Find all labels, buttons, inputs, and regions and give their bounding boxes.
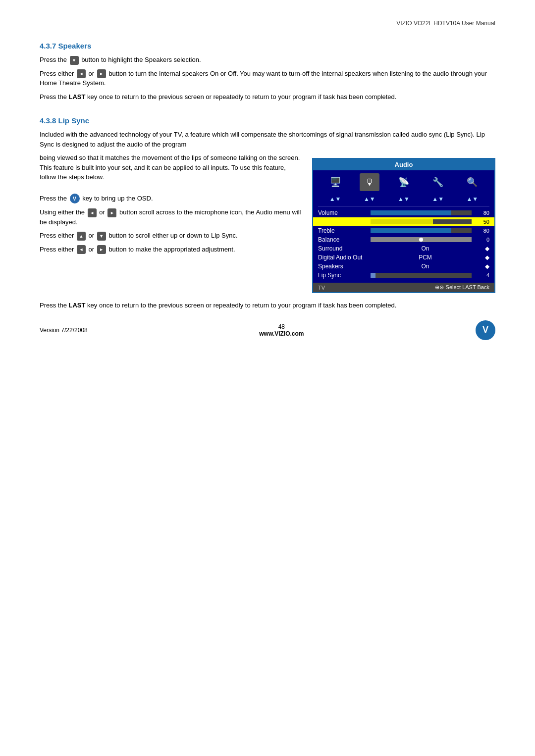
osd-label-speakers: Speakers bbox=[318, 263, 368, 270]
osd-subicons-row: ▲▼ ▲▼ ▲▼ ▲▼ ▲▼ bbox=[313, 194, 494, 206]
osd-subicon-2: ▲▼ bbox=[360, 194, 379, 204]
section-speakers: 4.3.7 Speakers Press the ▼ button to hig… bbox=[40, 42, 495, 101]
osd-icon-satellite: 📡 bbox=[394, 173, 414, 191]
osd-subicon-1: ▲▼ bbox=[325, 194, 345, 204]
osd-bar-fill-volume bbox=[371, 210, 451, 215]
lipsync-last: Press the LAST key once to return to the… bbox=[40, 301, 495, 310]
osd-value-volume: 80 bbox=[475, 210, 489, 216]
osd-value-balance: 0 bbox=[475, 237, 489, 243]
lipsync-step2: Using either the ◄ or ► button scroll ac… bbox=[40, 207, 302, 227]
osd-arrow-surround: ◆ bbox=[485, 245, 489, 252]
page: VIZIO VO22L HDTV10A User Manual 4.3.7 Sp… bbox=[0, 0, 535, 355]
osd-bar-fill-lipsync bbox=[371, 273, 375, 278]
osd-value-treble: 80 bbox=[475, 228, 489, 234]
osd-bar-balance bbox=[371, 237, 472, 242]
footer-page-number: 48 bbox=[259, 323, 304, 330]
osd-icon-monitor: 🖥️ bbox=[325, 173, 345, 191]
osd-row-surround: Surround On ◆ bbox=[313, 244, 494, 253]
osd-icon-tool: 🔧 bbox=[428, 173, 448, 191]
osd-footer-right: ⊕⊝ Select LAST Back bbox=[435, 284, 489, 291]
lipsync-title: 4.3.8 Lip Sync bbox=[40, 116, 495, 125]
osd-row-treble: Treble 80 bbox=[313, 226, 494, 235]
osd-label-lipsync: Lip Sync bbox=[318, 272, 368, 279]
osd-footer: TV ⊕⊝ Select LAST Back bbox=[313, 283, 494, 292]
left-icon: ◄ bbox=[77, 69, 86, 78]
osd-bar-volume bbox=[371, 210, 472, 215]
osd-icon-search: 🔍 bbox=[462, 173, 482, 191]
osd-row-lipsync: Lip Sync 4 bbox=[313, 271, 494, 280]
right-scroll-icon: ► bbox=[107, 208, 116, 217]
page-footer: Version 7/22/2008 48 www.VIZIO.com V bbox=[0, 320, 535, 340]
osd-row-bass: Bass 50 bbox=[313, 217, 494, 226]
osd-subicon-5: ▲▼ bbox=[462, 194, 482, 204]
osd-label-surround: Surround bbox=[318, 245, 368, 252]
osd-row-volume: Volume 80 bbox=[313, 208, 494, 217]
osd-bar-lipsync bbox=[371, 273, 472, 278]
osd-subicon-4: ▲▼ bbox=[428, 194, 448, 204]
footer-center: 48 www.VIZIO.com bbox=[259, 323, 304, 337]
footer-version: Version 7/22/2008 bbox=[40, 327, 88, 334]
lipsync-step4: Press either ◄ or ► button to make the a… bbox=[40, 245, 302, 254]
speakers-para2: Press either ◄ or ► button to turn the i… bbox=[40, 69, 495, 88]
osd-label-volume: Volume bbox=[318, 209, 368, 216]
lipsync-step3: Press either ▲ or ▼ button to scroll eit… bbox=[40, 231, 302, 241]
speakers-title: 4.3.7 Speakers bbox=[40, 42, 495, 50]
osd-textval-digitalaudio: PCM bbox=[368, 254, 483, 261]
osd-textval-surround: On bbox=[368, 245, 483, 252]
osd-value-bass: 50 bbox=[475, 219, 489, 225]
right-icon: ► bbox=[97, 69, 106, 78]
osd-bar-bass bbox=[371, 219, 472, 224]
osd-subicon-3: ▲▼ bbox=[394, 194, 414, 204]
osd-panel: Audio 🖥️ 🎙 📡 🔧 🔍 ▲▼ ▲▼ ▲▼ ▲▼ ▲▼ bbox=[312, 158, 495, 293]
down-arrow-icon: ▼ bbox=[70, 56, 79, 65]
osd-row-digitalaudio: Digital Audio Out PCM ◆ bbox=[313, 253, 494, 262]
speakers-para1: Press the ▼ button to highlight the Spea… bbox=[40, 55, 495, 65]
osd-label-digitalaudio: Digital Audio Out bbox=[318, 254, 368, 261]
speakers-para3: Press the LAST key once to return to the… bbox=[40, 92, 495, 102]
osd-arrow-speakers: ◆ bbox=[485, 263, 489, 270]
osd-row-speakers: Speakers On ◆ bbox=[313, 262, 494, 271]
section-lipsync: 4.3.8 Lip Sync Included with the advance… bbox=[40, 116, 495, 310]
osd-bar-fill-treble bbox=[371, 228, 451, 233]
down-icon: ▼ bbox=[97, 232, 106, 241]
lipsync-cont: being viewed so that it matches the move… bbox=[40, 153, 302, 182]
header-title: VIZIO VO22L HDTV10A User Manual bbox=[40, 20, 495, 27]
up-icon: ▲ bbox=[77, 232, 86, 241]
footer-website: www.VIZIO.com bbox=[259, 330, 304, 337]
osd-row-balance: Balance 0 bbox=[313, 235, 494, 244]
osd-icon-mic: 🎙 bbox=[360, 173, 379, 191]
osd-arrow-digitalaudio: ◆ bbox=[485, 254, 489, 261]
footer-logo: V bbox=[476, 320, 495, 340]
osd-icons-row: 🖥️ 🎙 📡 🔧 🔍 bbox=[313, 170, 494, 194]
lipsync-intro: Included with the advanced technology of… bbox=[40, 130, 495, 149]
osd-title: Audio bbox=[313, 159, 494, 170]
lipsync-step1: Press the V key to bring up the OSD. bbox=[40, 194, 302, 204]
osd-bar-fill-bass bbox=[371, 219, 433, 224]
left-scroll-icon: ◄ bbox=[88, 208, 97, 217]
v-button-icon: V bbox=[70, 194, 80, 203]
osd-textval-speakers: On bbox=[368, 263, 483, 270]
lipsync-text-col: being viewed so that it matches the move… bbox=[40, 153, 302, 258]
osd-menu: Volume 80 Bass 50 bbox=[313, 206, 494, 282]
osd-value-lipsync: 4 bbox=[475, 272, 489, 278]
osd-label-bass: Bass bbox=[318, 218, 368, 225]
lipsync-content: being viewed so that it matches the move… bbox=[40, 153, 495, 293]
osd-bar-treble bbox=[371, 228, 472, 233]
osd-balance-dot bbox=[419, 238, 423, 242]
left-adj-icon: ◄ bbox=[77, 245, 86, 254]
osd-label-balance: Balance bbox=[318, 236, 368, 243]
right-adj-icon: ► bbox=[97, 245, 106, 254]
osd-footer-left: TV bbox=[318, 285, 325, 291]
osd-label-treble: Treble bbox=[318, 227, 368, 234]
